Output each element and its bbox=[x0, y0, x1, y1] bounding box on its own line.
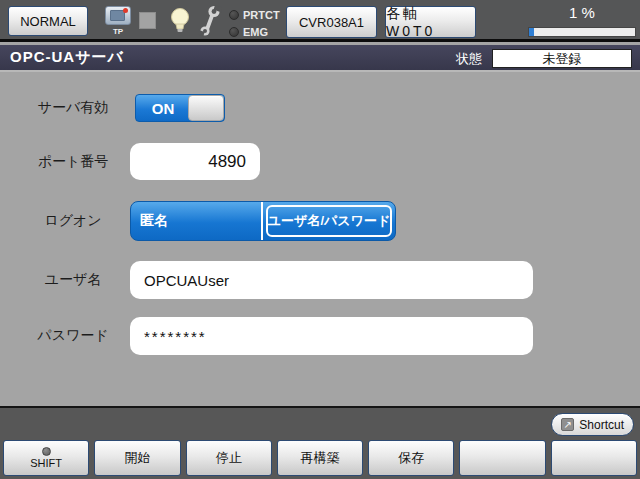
shortcut-button-label: Shortcut bbox=[579, 418, 624, 432]
logon-segmented-control: 匿名 ユーザ名/パスワード bbox=[130, 201, 396, 241]
password-label: パスワード bbox=[20, 317, 126, 355]
logon-option-anonymous[interactable]: 匿名 bbox=[131, 202, 263, 240]
title-bar: OPC-UAサーバ 状態 未登録 bbox=[0, 45, 640, 72]
program-button[interactable]: CVR038A1 bbox=[286, 6, 377, 38]
port-label: ポート番号 bbox=[20, 143, 126, 180]
server-enable-label: サーバ有効 bbox=[20, 94, 126, 122]
override-progress-bar bbox=[528, 27, 636, 37]
axis-mode-button[interactable]: 各軸 W0T0 bbox=[385, 6, 476, 38]
logon-option-userpass[interactable]: ユーザ名/パスワード bbox=[263, 202, 395, 240]
emg-label: EMG bbox=[243, 26, 268, 38]
password-input[interactable] bbox=[130, 317, 533, 355]
mode-button[interactable]: NORMAL bbox=[8, 6, 88, 36]
toggle-on-text: ON bbox=[136, 95, 190, 121]
fkey-empty-1[interactable] bbox=[459, 440, 545, 476]
page-title: OPC-UAサーバ bbox=[10, 48, 124, 67]
override-percent-display: 1 % bbox=[528, 4, 636, 21]
status-value-box: 未登録 bbox=[492, 49, 632, 68]
toggle-knob[interactable] bbox=[188, 95, 224, 121]
shortcut-button[interactable]: ↗ Shortcut bbox=[551, 413, 634, 436]
status-label: 状態 bbox=[456, 50, 482, 68]
prtct-label: PRTCT bbox=[243, 9, 280, 21]
tp-red-dot-icon bbox=[123, 8, 128, 13]
function-key-row: SHIFT 開始 停止 再構築 保存 bbox=[3, 440, 637, 476]
fkey-start[interactable]: 開始 bbox=[94, 440, 180, 476]
fkey-save[interactable]: 保存 bbox=[368, 440, 454, 476]
override-progress-fill bbox=[529, 28, 534, 36]
port-input[interactable] bbox=[130, 143, 260, 180]
username-label: ユーザ名 bbox=[20, 261, 126, 299]
lamp-icon bbox=[170, 6, 190, 40]
top-status-bar: NORMAL TP bbox=[0, 0, 640, 42]
bottom-bar: ↗ Shortcut SHIFT 開始 停止 再構築 保存 bbox=[0, 406, 640, 479]
username-input[interactable] bbox=[130, 261, 533, 299]
opcua-server-screen: NORMAL TP bbox=[0, 0, 640, 479]
server-enable-toggle[interactable]: ON bbox=[135, 94, 225, 122]
tp-icon-label: TP bbox=[103, 27, 133, 36]
teach-pendant-icon: TP bbox=[103, 6, 133, 36]
fkey-stop[interactable]: 停止 bbox=[186, 440, 272, 476]
status-led-group: PRTCT EMG bbox=[229, 7, 280, 41]
square-indicator-icon bbox=[139, 12, 156, 29]
fkey-shift[interactable]: SHIFT bbox=[3, 440, 89, 476]
prtct-led-icon bbox=[229, 10, 239, 20]
wrench-icon bbox=[198, 5, 222, 41]
logon-label: ログオン bbox=[20, 201, 126, 241]
fkey-rebuild[interactable]: 再構築 bbox=[277, 440, 363, 476]
fkey-shift-label: SHIFT bbox=[30, 457, 62, 469]
fkey-empty-2[interactable] bbox=[551, 440, 637, 476]
shift-led-icon bbox=[42, 447, 51, 456]
emg-led-icon bbox=[229, 27, 239, 37]
shortcut-icon: ↗ bbox=[561, 418, 574, 431]
